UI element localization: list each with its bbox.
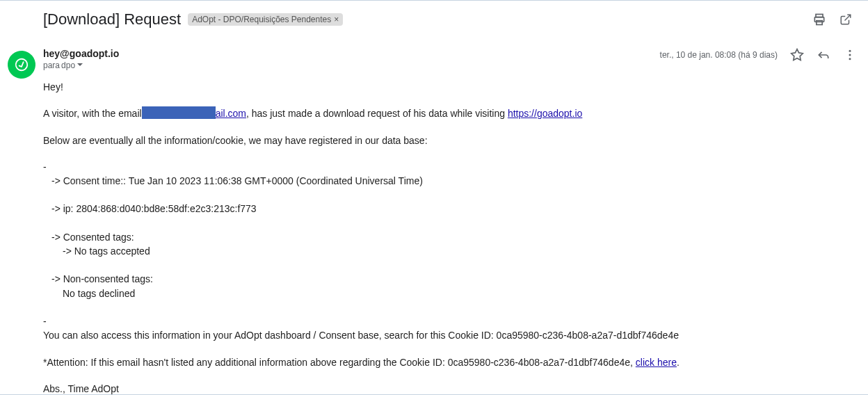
reply-icon[interactable] (817, 48, 830, 62)
consent-time: -> Consent time:: Tue Jan 10 2023 11:06:… (43, 174, 857, 188)
signoff: Abs., Time AdOpt (43, 382, 857, 395)
more-icon[interactable] (843, 48, 857, 62)
label-chip[interactable]: AdOpt - DPO/Requisições Pendentes × (188, 13, 343, 26)
nonconsented-header: -> Non-consented tags: (43, 272, 857, 286)
dash2: - (43, 314, 857, 328)
consented-value: -> No tags accepted (43, 244, 857, 258)
svg-point-0 (15, 58, 29, 72)
svg-line-4 (845, 15, 851, 20)
to-prefix: para (43, 61, 60, 70)
dashboard-line: You can also access this information in … (43, 328, 857, 342)
email-fragment: ail.com (216, 108, 246, 119)
dash: - (43, 160, 857, 174)
to-recipient: dpo (61, 61, 75, 70)
ip-line: -> ip: 2804:868:d040:bd8e:58df:e2c3:213c… (43, 202, 857, 216)
svg-point-6 (849, 50, 851, 52)
open-new-window-icon[interactable] (839, 13, 853, 26)
star-icon[interactable] (790, 48, 804, 62)
svg-point-8 (849, 58, 851, 60)
email-body: Hey! A visitor, with the emailail.com, h… (43, 80, 857, 395)
svg-marker-5 (791, 49, 803, 61)
email-subject: [Download] Request (43, 10, 181, 29)
nonconsented-value: No tags declined (43, 287, 857, 300)
recipient-line[interactable]: para dpo (43, 61, 660, 70)
consented-header: -> Consented tags: (43, 230, 857, 244)
redacted-email (142, 106, 216, 119)
email-timestamp: ter., 10 de jan. 08:08 (há 9 dias) (660, 50, 778, 60)
remove-label-icon[interactable]: × (334, 15, 339, 24)
below-info: Below are eventually all the information… (43, 134, 857, 147)
attention-line: *Attention: If this email hasn't listed … (43, 355, 857, 369)
sender-address: hey@goadopt.io (43, 48, 660, 59)
label-chip-text: AdOpt - DPO/Requisições Pendentes (192, 15, 331, 24)
greeting: Hey! (43, 80, 857, 94)
click-here-link[interactable]: click here (636, 357, 677, 368)
sender-avatar (4, 47, 39, 82)
print-icon[interactable] (812, 13, 826, 26)
site-link[interactable]: https://goadopt.io (508, 108, 582, 119)
show-details-icon[interactable] (77, 61, 83, 70)
visitor-line: A visitor, with the emailail.com, has ju… (43, 106, 857, 120)
svg-point-7 (849, 54, 851, 56)
